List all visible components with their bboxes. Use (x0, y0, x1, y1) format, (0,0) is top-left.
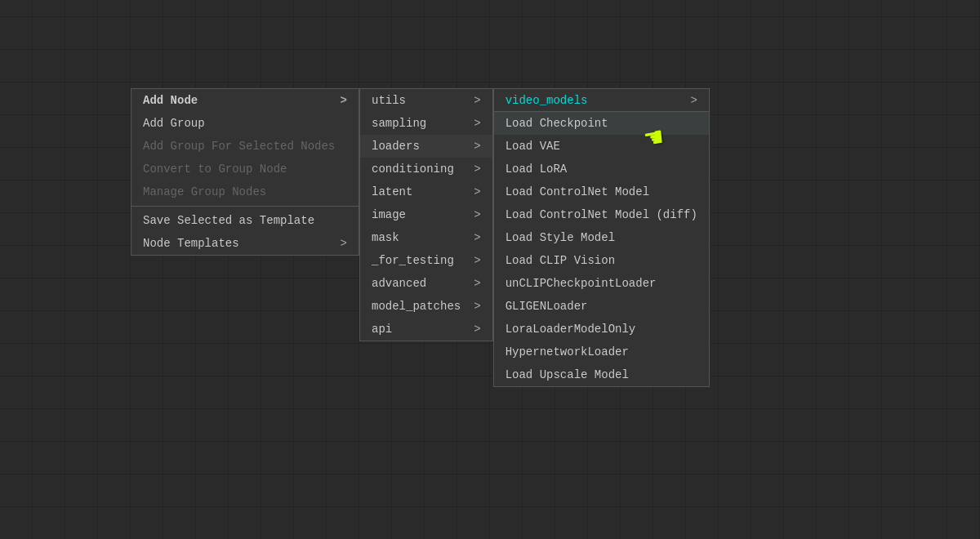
menu-item-load-controlnet-diff[interactable]: Load ControlNet Model (diff) (494, 203, 709, 226)
menu-item-image[interactable]: image (360, 203, 492, 226)
menu-item-load-vae[interactable]: Load VAE (494, 135, 709, 158)
menu-item-latent[interactable]: latent (360, 180, 492, 203)
menu-item-load-style-model[interactable]: Load Style Model (494, 226, 709, 249)
menu-item-convert-group-node: Convert to Group Node (131, 158, 359, 180)
menu-item-conditioning[interactable]: conditioning (360, 158, 492, 180)
menu-item-utils[interactable]: utils (360, 89, 492, 112)
menu-item-load-checkpoint[interactable]: Load Checkpoint (494, 112, 709, 135)
menu-column-2: utils sampling loaders conditioning late… (359, 88, 493, 341)
menu-item-save-template[interactable]: Save Selected as Template (131, 209, 359, 232)
menu-separator-1 (131, 206, 359, 207)
menu-item-load-upscale-model[interactable]: Load Upscale Model (494, 363, 709, 386)
menu-item-node-templates[interactable]: Node Templates (131, 232, 359, 255)
menu-item-model-patches[interactable]: model_patches (360, 295, 492, 318)
menu-item-load-controlnet[interactable]: Load ControlNet Model (494, 180, 709, 203)
menu-item-lora-model-only[interactable]: LoraLoaderModelOnly (494, 318, 709, 341)
menu-item-advanced[interactable]: advanced (360, 272, 492, 295)
menu-item-load-clip-vision[interactable]: Load CLIP Vision (494, 249, 709, 272)
menu-column-1: Add Node Add Group Add Group For Selecte… (131, 88, 359, 256)
menu-column-3: video_models Load Checkpoint Load VAE Lo… (493, 88, 710, 387)
menu-item-mask[interactable]: mask (360, 226, 492, 249)
menu-item-hypernetwork-loader[interactable]: HypernetworkLoader (494, 341, 709, 363)
menu-item-gligen-loader[interactable]: GLIGENLoader (494, 295, 709, 318)
menu-item-add-node[interactable]: Add Node (131, 89, 359, 112)
menu-item-api[interactable]: api (360, 318, 492, 341)
menu-item-add-group-selected: Add Group For Selected Nodes (131, 135, 359, 158)
menu-item-load-lora[interactable]: Load LoRA (494, 158, 709, 180)
menu-item-for-testing[interactable]: _for_testing (360, 249, 492, 272)
menu-item-add-group[interactable]: Add Group (131, 112, 359, 135)
context-menu: Add Node Add Group Add Group For Selecte… (131, 88, 710, 387)
menu-item-loaders[interactable]: loaders (360, 135, 492, 158)
menu-item-unclip-loader[interactable]: unCLIPCheckpointLoader (494, 272, 709, 295)
menu-item-sampling[interactable]: sampling (360, 112, 492, 135)
menu-item-video-models-header[interactable]: video_models (494, 89, 709, 112)
menu-item-manage-group-nodes: Manage Group Nodes (131, 180, 359, 203)
